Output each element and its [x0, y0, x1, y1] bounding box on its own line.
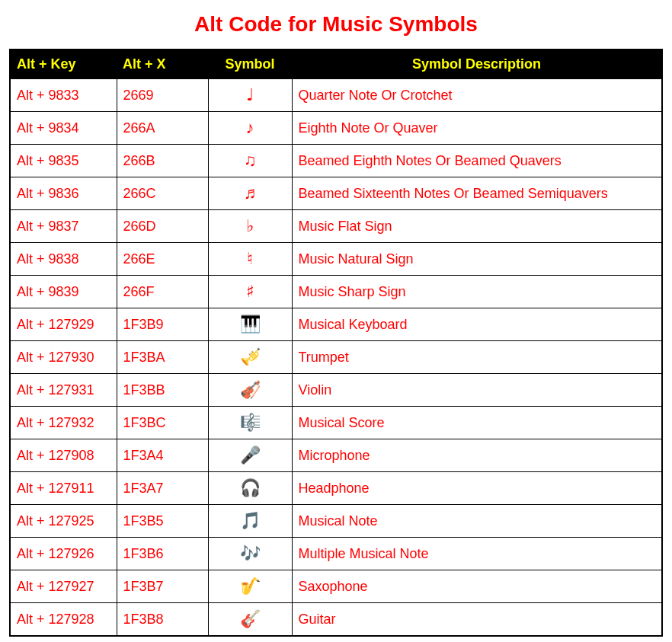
cell-symbol: ♫	[208, 145, 292, 177]
col-header-symbol: Symbol	[208, 50, 292, 79]
table-row: Alt + 1279111F3A7🎧Headphone	[10, 472, 662, 505]
cell-altkey: Alt + 9838	[10, 243, 117, 276]
cell-symbol: ♮	[208, 243, 292, 276]
cell-altx: 1F3BC	[117, 407, 208, 439]
cell-altx: 266D	[117, 210, 208, 243]
table-row: Alt + 9839266F♯Music Sharp Sign	[10, 276, 662, 308]
cell-altkey: Alt + 127932	[10, 407, 117, 439]
table-row: Alt + 1279261F3B6🎶Multiple Musical Note	[10, 538, 662, 570]
cell-description: Trumpet	[292, 341, 662, 374]
cell-symbol: 🎤	[208, 439, 292, 472]
table-row: Alt + 9836266C♬Beamed Sixteenth Notes Or…	[10, 177, 662, 210]
cell-description: Guitar	[292, 603, 662, 637]
cell-altx: 266F	[117, 276, 208, 308]
cell-description: Microphone	[292, 439, 662, 472]
cell-altkey: Alt + 9836	[10, 177, 117, 210]
cell-altx: 266E	[117, 243, 208, 276]
cell-description: Music Flat Sign	[292, 210, 662, 243]
cell-altx: 266C	[117, 177, 208, 210]
cell-symbol: 🎹	[208, 308, 292, 341]
table-row: Alt + 1279271F3B7🎷Saxophone	[10, 570, 662, 603]
page-container: Alt Code for Music Symbols Alt + Key Alt…	[0, 0, 672, 642]
cell-altkey: Alt + 127908	[10, 439, 117, 472]
table-row: Alt + 1279281F3B8🎸Guitar	[10, 603, 662, 637]
table-row: Alt + 1279081F3A4🎤Microphone	[10, 439, 662, 472]
cell-altx: 266A	[117, 112, 208, 145]
cell-symbol: ♯	[208, 276, 292, 308]
cell-altkey: Alt + 127911	[10, 472, 117, 505]
cell-altkey: Alt + 127926	[10, 538, 117, 570]
cell-altkey: Alt + 9835	[10, 145, 117, 177]
table-header-row: Alt + Key Alt + X Symbol Symbol Descript…	[10, 50, 662, 79]
cell-description: Beamed Sixteenth Notes Or Beamed Semiqua…	[292, 177, 662, 210]
cell-symbol: 🎸	[208, 603, 292, 637]
cell-symbol: ♬	[208, 177, 292, 210]
alt-code-table: Alt + Key Alt + X Symbol Symbol Descript…	[9, 49, 663, 637]
cell-symbol: 🎺	[208, 341, 292, 374]
cell-symbol: ♪	[208, 112, 292, 145]
cell-symbol: 🎷	[208, 570, 292, 603]
cell-altkey: Alt + 9839	[10, 276, 117, 308]
table-row: Alt + 9834266A♪Eighth Note Or Quaver	[10, 112, 662, 145]
table-header: Alt + Key Alt + X Symbol Symbol Descript…	[10, 50, 662, 79]
cell-description: Violin	[292, 374, 662, 407]
table-row: Alt + 1279311F3BB🎻Violin	[10, 374, 662, 407]
cell-description: Multiple Musical Note	[292, 538, 662, 570]
cell-symbol: ♩	[208, 79, 292, 112]
table-row: Alt + 98332669♩Quarter Note Or Crotchet	[10, 79, 662, 112]
cell-altx: 1F3A4	[117, 439, 208, 472]
table-row: Alt + 9837266D♭Music Flat Sign	[10, 210, 662, 243]
cell-altkey: Alt + 127929	[10, 308, 117, 341]
cell-symbol: 🎶	[208, 538, 292, 570]
cell-symbol: ♭	[208, 210, 292, 243]
col-header-description: Symbol Description	[292, 50, 662, 79]
cell-symbol: 🎼	[208, 407, 292, 439]
cell-description: Musical Score	[292, 407, 662, 439]
table-body: Alt + 98332669♩Quarter Note Or CrotchetA…	[10, 79, 662, 637]
page-title: Alt Code for Music Symbols	[9, 12, 663, 37]
cell-description: Beamed Eighth Notes Or Beamed Quavers	[292, 145, 662, 177]
cell-altkey: Alt + 127930	[10, 341, 117, 374]
cell-symbol: 🎵	[208, 505, 292, 538]
cell-description: Eighth Note Or Quaver	[292, 112, 662, 145]
cell-altx: 266B	[117, 145, 208, 177]
cell-altx: 1F3B8	[117, 603, 208, 637]
cell-symbol: 🎻	[208, 374, 292, 407]
cell-altkey: Alt + 9837	[10, 210, 117, 243]
table-row: Alt + 1279291F3B9🎹Musical Keyboard	[10, 308, 662, 341]
table-row: Alt + 1279321F3BC🎼Musical Score	[10, 407, 662, 439]
cell-altx: 1F3BB	[117, 374, 208, 407]
cell-description: Musical Note	[292, 505, 662, 538]
col-header-altx: Alt + X	[117, 50, 208, 79]
cell-altx: 1F3B6	[117, 538, 208, 570]
table-row: Alt + 1279301F3BA🎺Trumpet	[10, 341, 662, 374]
cell-description: Quarter Note Or Crotchet	[292, 79, 662, 112]
table-row: Alt + 1279251F3B5🎵Musical Note	[10, 505, 662, 538]
cell-altx: 1F3B5	[117, 505, 208, 538]
cell-altx: 1F3B7	[117, 570, 208, 603]
cell-altkey: Alt + 127925	[10, 505, 117, 538]
cell-description: Music Natural Sign	[292, 243, 662, 276]
cell-altx: 1F3A7	[117, 472, 208, 505]
cell-altx: 2669	[117, 79, 208, 112]
cell-altkey: Alt + 9834	[10, 112, 117, 145]
cell-altkey: Alt + 127927	[10, 570, 117, 603]
cell-altkey: Alt + 127928	[10, 603, 117, 637]
cell-symbol: 🎧	[208, 472, 292, 505]
cell-altx: 1F3BA	[117, 341, 208, 374]
cell-description: Music Sharp Sign	[292, 276, 662, 308]
cell-description: Musical Keyboard	[292, 308, 662, 341]
table-row: Alt + 9835266B♫Beamed Eighth Notes Or Be…	[10, 145, 662, 177]
cell-altx: 1F3B9	[117, 308, 208, 341]
table-row: Alt + 9838266E♮Music Natural Sign	[10, 243, 662, 276]
cell-altkey: Alt + 127931	[10, 374, 117, 407]
cell-description: Saxophone	[292, 570, 662, 603]
cell-description: Headphone	[292, 472, 662, 505]
col-header-altkey: Alt + Key	[10, 50, 117, 79]
cell-altkey: Alt + 9833	[10, 79, 117, 112]
